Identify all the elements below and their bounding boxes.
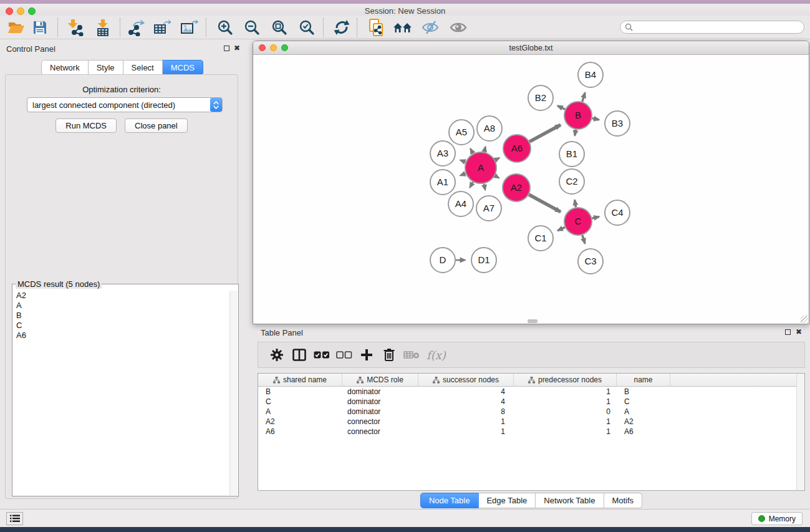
deselect-all-button[interactable]: [333, 344, 355, 366]
tab-node-table[interactable]: Node Table: [420, 493, 479, 508]
table-row[interactable]: A2connector11A2: [258, 417, 804, 427]
column-header-predecessor-nodes[interactable]: predecessor nodes: [514, 374, 617, 386]
search-box[interactable]: [620, 21, 804, 34]
zoom-fit-button[interactable]: [268, 17, 291, 37]
mcds-result-item[interactable]: C: [13, 321, 229, 331]
tab-select[interactable]: Select: [123, 60, 163, 75]
search-input[interactable]: [635, 22, 804, 32]
column-label: shared name: [283, 375, 327, 384]
show-details-button[interactable]: [447, 17, 470, 37]
hide-details-button[interactable]: [419, 17, 441, 37]
mcds-result-scrollbar[interactable]: [229, 291, 238, 495]
open-session-button[interactable]: [5, 17, 27, 37]
tab-mcds[interactable]: MCDS: [163, 60, 203, 75]
table-cell: 1: [514, 387, 617, 397]
close-panel-button[interactable]: Close panel: [125, 118, 188, 133]
import-table-button[interactable]: [92, 17, 114, 37]
edge-A-A6[interactable]: [495, 158, 499, 160]
close-panel-icon[interactable]: ✖: [234, 44, 240, 52]
float-panel-icon[interactable]: [224, 45, 229, 52]
mcds-result-list[interactable]: A2ABCA6: [13, 291, 229, 495]
table-row[interactable]: A6connector11A6: [258, 427, 804, 437]
save-session-button[interactable]: [29, 17, 51, 37]
node-label-B2: B2: [535, 92, 546, 103]
tab-network[interactable]: Network: [41, 60, 89, 75]
edge-C-C2[interactable]: [575, 200, 576, 208]
table-float-icon[interactable]: [785, 329, 791, 336]
select-all-button[interactable]: [311, 344, 333, 366]
add-column-button[interactable]: [355, 344, 378, 366]
zoom-out-button[interactable]: [241, 17, 263, 37]
network-canvas[interactable]: B4B2BB3A5A8A6A3B1AA1C2A2A4A7C4CC1C3DD1: [253, 55, 809, 324]
export-table-icon: [153, 19, 171, 36]
edge-C-C1[interactable]: [557, 227, 565, 230]
first-neighbors-icon: [393, 20, 413, 35]
main-toolbar: [0, 16, 810, 39]
zoom-in-button[interactable]: [214, 17, 236, 37]
table-scrollbar[interactable]: [796, 374, 804, 490]
column-header-shared-name[interactable]: shared name: [258, 374, 342, 386]
split-view-button[interactable]: [288, 344, 311, 366]
refresh-button[interactable]: [330, 17, 353, 37]
network-resize-grip[interactable]: [801, 316, 808, 323]
run-mcds-button[interactable]: Run MCDS: [55, 118, 117, 133]
table-row[interactable]: Adominator80A: [258, 407, 804, 417]
edge-C-C3[interactable]: [582, 235, 585, 243]
edge-A-A1[interactable]: [460, 173, 466, 175]
edge-A6-B[interactable]: [529, 125, 561, 142]
edge-A-A8[interactable]: [485, 147, 486, 152]
delete-table-button[interactable]: [400, 344, 423, 366]
node-label-C: C: [575, 216, 582, 226]
export-network-icon: [127, 19, 145, 36]
table-row[interactable]: Cdominator41C: [258, 397, 804, 407]
tab-style[interactable]: Style: [89, 60, 123, 75]
table-cell: A2: [258, 417, 342, 427]
node-table-body: Bdominator41BCdominator41CAdominator80AA…: [258, 387, 804, 437]
edge-B-B3[interactable]: [592, 118, 599, 120]
edge-A2-C[interactable]: [529, 195, 561, 212]
network-hscroll-thumb[interactable]: [528, 319, 538, 323]
function-builder-button[interactable]: f(x): [427, 349, 446, 362]
column-header-mcds-role[interactable]: MCDS role: [342, 374, 418, 386]
mcds-result-item[interactable]: A2: [13, 291, 229, 301]
criterion-select[interactable]: largest connected component (directed): [27, 97, 223, 112]
export-image-button[interactable]: [178, 17, 200, 37]
control-panel-title: Control Panel: [6, 44, 55, 54]
edge-B-B1[interactable]: [575, 130, 576, 136]
mcds-result-item[interactable]: B: [13, 311, 229, 321]
edge-A-A3[interactable]: [460, 160, 466, 162]
memory-button[interactable]: Memory: [751, 512, 803, 525]
node-label-C2: C2: [566, 176, 577, 186]
edge-A-A4[interactable]: [470, 182, 473, 188]
zoom-selected-button[interactable]: [296, 17, 318, 37]
mcds-result-item[interactable]: A6: [13, 331, 229, 341]
tab-edge-table[interactable]: Edge Table: [478, 493, 536, 508]
first-neighbors-button[interactable]: [392, 17, 414, 37]
edge-A-A5[interactable]: [470, 148, 473, 153]
table-row[interactable]: Bdominator41B: [258, 387, 804, 397]
task-history-button[interactable]: [6, 512, 23, 525]
delete-column-button[interactable]: [378, 344, 400, 366]
column-header-successor-nodes[interactable]: successor nodes: [418, 374, 514, 386]
deselect-all-icon: [336, 351, 352, 359]
mcds-result-item[interactable]: A: [13, 301, 229, 311]
edge-B-B2[interactable]: [557, 106, 565, 110]
export-network-button[interactable]: [125, 17, 147, 37]
desktop-strip-bottom: [0, 527, 810, 532]
table-close-icon[interactable]: ✖: [796, 328, 802, 336]
zoom-selected-icon: [299, 19, 315, 36]
column-header-name[interactable]: name: [617, 374, 670, 386]
tab-motifs[interactable]: Motifs: [604, 493, 642, 508]
edge-A-A7[interactable]: [484, 183, 485, 190]
export-table-button[interactable]: [151, 17, 173, 37]
new-network-from-selection-button[interactable]: [365, 17, 387, 37]
import-network-button[interactable]: [64, 17, 86, 37]
table-cell: 1: [514, 397, 617, 407]
table-settings-button[interactable]: [266, 344, 288, 366]
table-cell: A6: [617, 427, 670, 437]
tab-network-table[interactable]: Network Table: [536, 493, 604, 508]
edge-C-C4[interactable]: [592, 217, 599, 219]
edge-B-B4[interactable]: [582, 93, 585, 102]
table-cell: 4: [418, 397, 514, 407]
edge-A-A2[interactable]: [495, 176, 499, 178]
